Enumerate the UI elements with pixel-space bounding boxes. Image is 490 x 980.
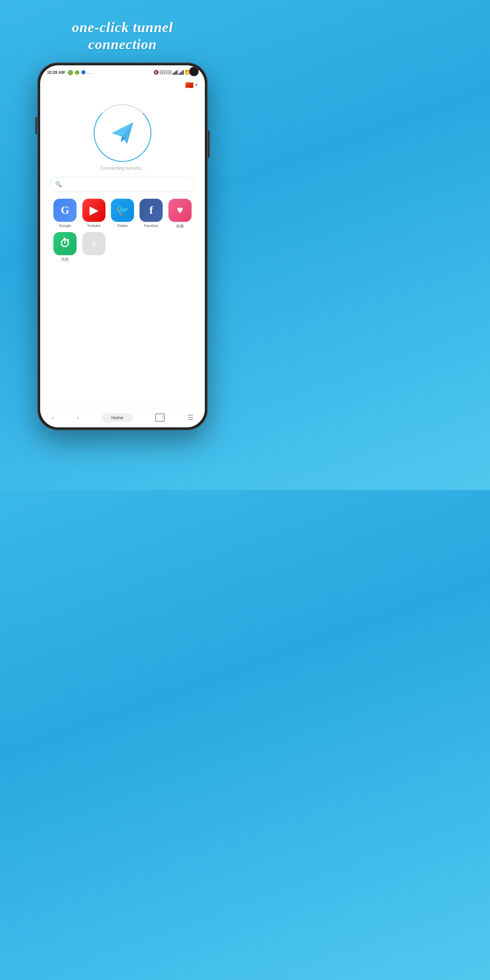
hd-badge1: HD (160, 70, 165, 74)
signal-bars2 (179, 70, 184, 75)
app-grid: GGoogle▶Youtube🐦TwitterfFaceboo♥收藏⏱历史+ (50, 199, 195, 262)
search-bar[interactable]: 🔍 (50, 177, 195, 192)
app-item[interactable]: 🐦Twitter (109, 199, 136, 229)
app-label: Youtube (87, 224, 101, 228)
signal-bars (172, 70, 178, 75)
headline-line2: connection (88, 37, 156, 52)
flag-selector[interactable]: 🇨🇳 ▼ (185, 81, 198, 89)
flag-bar[interactable]: 🇨🇳 ▼ (40, 80, 205, 91)
connecting-status: Connecting tunnels... (100, 165, 145, 171)
tabs-button[interactable]: 3 (155, 414, 165, 422)
app-icon-历史: ⏱ (53, 232, 76, 255)
screen-content: Connecting tunnels... 🔍 GGoogle▶Youtube🐦… (40, 91, 205, 408)
app-icon-add: + (82, 232, 105, 255)
status-left: 10:28 AM 🟢 🟢 🔵 ... (47, 70, 92, 75)
back-button[interactable]: ‹ (51, 413, 54, 422)
dropdown-arrow-icon: ▼ (195, 83, 198, 87)
hd-badge2: HD (166, 70, 172, 74)
app-label: Faceboo (144, 224, 159, 228)
phone-screen: 10:28 AM 🟢 🟢 🔵 ... 🔇 HD HD (40, 65, 205, 427)
home-button[interactable]: Home (102, 413, 133, 422)
app-icon-Twitter: 🐦 (111, 199, 134, 222)
status-bar: 10:28 AM 🟢 🟢 🔵 ... 🔇 HD HD (40, 65, 205, 80)
search-icon: 🔍 (55, 181, 62, 188)
connect-button[interactable] (94, 104, 151, 162)
mute-icon: 🔇 (153, 70, 159, 75)
app-icon-Faceboo: f (140, 199, 163, 222)
status-dots: ... (87, 70, 92, 75)
status-icons: 🔇 HD HD 📶 🔋 (153, 70, 198, 75)
menu-button[interactable]: ☰ (188, 414, 194, 422)
app-icon-收藏: ♥ (169, 199, 192, 222)
app-item[interactable]: ⏱历史 (51, 232, 79, 262)
camera-notch (189, 67, 199, 76)
app-item[interactable]: ▶Youtube (80, 199, 107, 229)
app-label: Google (59, 224, 71, 228)
app-item[interactable]: + (80, 232, 107, 262)
app-label: 历史 (61, 257, 69, 262)
status-time: 10:28 AM (47, 70, 65, 75)
phone-frame: 10:28 AM 🟢 🟢 🔵 ... 🔇 HD HD (37, 63, 208, 430)
app-item[interactable]: ♥收藏 (166, 199, 194, 229)
forward-button[interactable]: › (76, 413, 79, 422)
app-item[interactable]: fFaceboo (137, 199, 165, 229)
telegram-icon (107, 118, 138, 148)
app-icon-Google: G (53, 199, 76, 222)
headline-line1: one-click tunnel (72, 19, 173, 35)
app-label: 收藏 (176, 224, 184, 229)
flag-emoji: 🇨🇳 (185, 81, 194, 89)
app-label: Twitter (117, 224, 128, 228)
app-icon-Youtube: ▶ (82, 199, 105, 222)
bottom-nav: ‹ › Home 3 ☰ (40, 408, 205, 427)
app-item[interactable]: GGoogle (51, 199, 79, 229)
headline-text: one-click tunnel connection (72, 19, 173, 53)
